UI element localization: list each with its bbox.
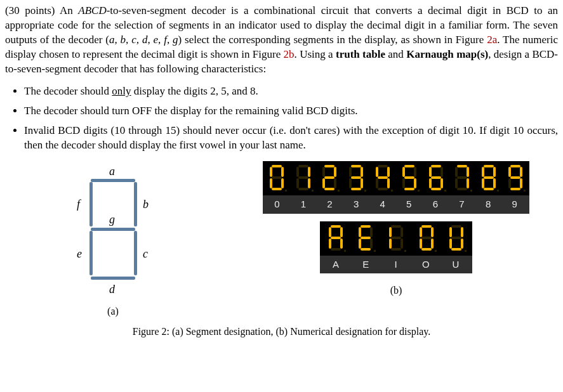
decimal-point — [364, 190, 366, 192]
seven-seg-digit — [507, 164, 524, 192]
seg-c — [520, 178, 522, 188]
bullet-text: Invalid BCD digits (10 through 15) shoul… — [24, 124, 558, 151]
intro-paragraph: (30 points) An ABCD-to-seven-segment dec… — [5, 4, 558, 77]
seg-c — [370, 238, 373, 249]
seg-f — [402, 167, 405, 177]
segment-f-bar — [89, 182, 93, 226]
segment-c-bar — [134, 231, 137, 275]
seg-b — [493, 167, 496, 177]
seg-e — [449, 238, 452, 249]
segment-diagram: a b c d e f g — [65, 161, 161, 294]
segment-label-e: e — [77, 246, 82, 261]
display-label: 0 — [264, 198, 291, 211]
seg-c — [401, 238, 403, 249]
seven-seg-digit — [348, 164, 364, 192]
points-text: (30 points) — [5, 4, 60, 16]
seg-c — [493, 178, 496, 188]
decimal-point — [391, 190, 393, 192]
seg-a — [421, 225, 432, 228]
seg-c — [387, 178, 390, 188]
seven-seg-digit — [428, 164, 444, 192]
seg-g — [351, 176, 361, 179]
underline-only: only — [112, 85, 131, 97]
seg-b — [334, 167, 336, 177]
seg-f — [296, 167, 299, 177]
segment-a-bar — [91, 179, 135, 182]
ref-2a: 2a — [487, 34, 497, 46]
display-label: 7 — [449, 198, 475, 211]
display-label: 9 — [501, 198, 528, 211]
seg-a — [391, 225, 401, 228]
seg-d — [404, 188, 414, 190]
seg-b — [361, 167, 363, 177]
seg-d — [510, 188, 520, 190]
seg-b — [414, 167, 416, 177]
subcaption-a: (a) — [107, 304, 119, 318]
seg-e — [482, 178, 484, 188]
digits-labels: 0123456789 — [263, 195, 529, 213]
intro-text: . Using a — [295, 48, 336, 60]
decimal-point — [404, 250, 406, 252]
panel-group: 0123456789 AEIOU — [263, 161, 529, 273]
seg-d — [324, 188, 334, 190]
bullet-list: The decoder should only display the digi… — [5, 84, 558, 153]
seg-c — [467, 178, 469, 188]
display-label: 8 — [475, 198, 502, 211]
seg-g — [361, 237, 371, 239]
seg-b — [401, 227, 403, 237]
seg-b — [461, 227, 463, 237]
seg-g — [421, 237, 432, 239]
display-label: A — [321, 258, 351, 271]
seg-g — [484, 176, 494, 179]
seg-a — [431, 165, 441, 167]
segment-g-bar — [91, 228, 135, 231]
seg-b — [308, 167, 310, 177]
figure-b-wrapper: 0123456789 AEIOU (b) — [260, 161, 533, 297]
segment-label-b: b — [143, 197, 149, 212]
seg-a — [272, 165, 282, 167]
seg-c — [308, 178, 310, 188]
seg-e — [420, 238, 422, 249]
seg-d — [351, 188, 361, 190]
seg-g — [272, 176, 282, 179]
page: (30 points) An ABCD-to-seven-segment dec… — [0, 0, 563, 344]
seg-b — [431, 227, 434, 237]
seven-seg-digit — [454, 164, 470, 192]
decimal-point — [344, 250, 346, 252]
intro-text: and — [385, 48, 406, 60]
seg-a — [404, 165, 414, 167]
seg-d — [421, 248, 432, 251]
seven-seg-digit — [268, 164, 285, 192]
seg-f — [270, 167, 272, 177]
seg-b — [440, 167, 443, 177]
seg-f — [455, 167, 458, 177]
seg-e — [296, 178, 299, 188]
vowels-labels: AEIOU — [320, 256, 472, 273]
seg-c — [431, 238, 434, 249]
seg-g — [391, 237, 401, 239]
display-label: 3 — [343, 198, 370, 211]
seg-a — [324, 165, 334, 167]
seg-f — [349, 167, 352, 177]
seg-c — [440, 178, 443, 188]
seg-g — [378, 176, 388, 179]
seg-a — [331, 225, 341, 228]
decimal-point — [312, 190, 314, 192]
segment-label-g: g — [109, 212, 115, 227]
seven-seg-digit — [401, 164, 418, 192]
seg-d — [331, 248, 341, 251]
display-label: E — [351, 258, 381, 271]
digits-panel: 0123456789 — [263, 161, 529, 213]
seven-seg-digit — [418, 224, 435, 252]
outputs-ital: a, b, c, d, e, f, g — [109, 34, 178, 46]
seg-f — [389, 227, 392, 237]
seg-d — [431, 188, 441, 190]
decimal-point — [418, 190, 420, 192]
display-label: U — [441, 258, 471, 271]
seg-e — [359, 238, 361, 249]
seg-e — [455, 178, 458, 188]
bullet-text: The decoder should — [24, 85, 112, 97]
seg-d — [272, 188, 282, 190]
seg-b — [370, 227, 373, 237]
seg-e — [349, 178, 352, 188]
